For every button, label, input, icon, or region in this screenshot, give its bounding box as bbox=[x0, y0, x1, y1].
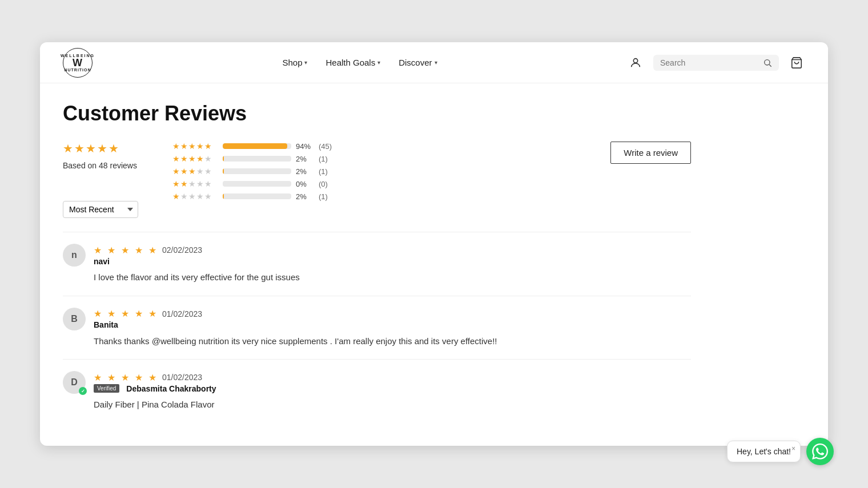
star-5: ★ bbox=[108, 142, 119, 155]
star-icon: ★ bbox=[172, 192, 180, 201]
bar-fill bbox=[223, 156, 224, 162]
section-title: Customer Reviews bbox=[63, 102, 691, 126]
chat-bubble-text: Hey, Let's chat! bbox=[737, 447, 791, 456]
review-header: B★★★★★01/02/2023Banita bbox=[63, 308, 691, 330]
rating-row: ★★★★★2%(1) bbox=[172, 167, 332, 176]
bar-pct: 2% bbox=[296, 167, 314, 176]
star-2: ★ bbox=[74, 142, 85, 155]
write-review-button[interactable]: Write a review bbox=[610, 142, 691, 164]
review-star: ★ bbox=[121, 372, 129, 383]
nav-health-goals[interactable]: Health Goals ▾ bbox=[326, 58, 380, 67]
sort-select[interactable]: Most Recent Highest Rating Lowest Rating bbox=[63, 201, 138, 218]
review-star: ★ bbox=[94, 372, 102, 383]
review-meta: ★★★★★02/02/2023navi bbox=[94, 245, 202, 266]
svg-point-0 bbox=[633, 58, 637, 62]
bar-pct: 2% bbox=[296, 192, 314, 201]
star-icon: ★ bbox=[196, 192, 204, 201]
reviewer-name-row: VerifiedDebasmita Chakraborty bbox=[94, 384, 216, 393]
rating-row-stars: ★★★★★ bbox=[172, 179, 218, 188]
review-item: D✓★★★★★01/02/2023VerifiedDebasmita Chakr… bbox=[63, 359, 691, 423]
bar-count: (1) bbox=[319, 167, 332, 176]
bar-fill bbox=[223, 143, 287, 149]
bar-fill bbox=[223, 193, 224, 199]
star-icon: ★ bbox=[180, 154, 188, 163]
star-icon: ★ bbox=[196, 179, 204, 188]
bar-count: (45) bbox=[319, 142, 332, 151]
reviewer-name-row: Banita bbox=[94, 320, 202, 329]
bar-count: (1) bbox=[319, 192, 332, 201]
overall-rating: ★ ★ ★ ★ ★ Based on 48 reviews bbox=[63, 142, 154, 170]
review-meta: ★★★★★01/02/2023VerifiedDebasmita Chakrab… bbox=[94, 372, 216, 393]
bar-pct: 0% bbox=[296, 180, 314, 188]
bar-track bbox=[223, 193, 291, 199]
review-star: ★ bbox=[121, 245, 129, 256]
reviews-summary-left: ★ ★ ★ ★ ★ Based on 48 reviews ★★★★★94%(4… bbox=[63, 142, 588, 201]
review-star: ★ bbox=[148, 245, 156, 256]
logo-bottom-text: NUTRITION bbox=[64, 68, 91, 72]
chat-bubble: × Hey, Let's chat! bbox=[727, 441, 801, 462]
reviewer-name: Debasmita Chakraborty bbox=[126, 384, 216, 393]
nav-shop[interactable]: Shop ▾ bbox=[282, 58, 307, 67]
star-icon: ★ bbox=[188, 154, 196, 163]
chat-widget: × Hey, Let's chat! bbox=[727, 438, 834, 465]
logo[interactable]: WELLBEING W NUTRITION bbox=[63, 48, 93, 78]
nav-shop-label: Shop bbox=[282, 58, 302, 67]
star-icon: ★ bbox=[172, 142, 180, 151]
nav-discover[interactable]: Discover ▾ bbox=[399, 58, 437, 67]
star-icon: ★ bbox=[180, 167, 188, 176]
search-icon bbox=[763, 58, 772, 67]
reviewer-name: navi bbox=[94, 257, 110, 266]
star-icon: ★ bbox=[196, 154, 204, 163]
reviews-header-row: ★ ★ ★ ★ ★ Based on 48 reviews ★★★★★94%(4… bbox=[63, 142, 691, 201]
svg-line-2 bbox=[769, 64, 771, 67]
rating-row-stars: ★★★★★ bbox=[172, 142, 218, 151]
review-star: ★ bbox=[107, 308, 115, 319]
star-icon: ★ bbox=[180, 179, 188, 188]
nav-right bbox=[627, 54, 805, 71]
star-icon: ★ bbox=[204, 192, 212, 201]
main-content: Customer Reviews ★ ★ ★ ★ ★ Based on 48 r… bbox=[40, 83, 828, 446]
whatsapp-button[interactable] bbox=[806, 438, 834, 465]
search-input[interactable] bbox=[660, 58, 758, 67]
bar-pct: 2% bbox=[296, 155, 314, 163]
chevron-down-icon: ▾ bbox=[435, 59, 437, 66]
chevron-down-icon: ▾ bbox=[304, 59, 307, 66]
review-text: Thanks thanks @wellbeing nutrition its v… bbox=[94, 335, 691, 348]
whatsapp-icon bbox=[812, 443, 828, 459]
review-star: ★ bbox=[135, 245, 143, 256]
review-star: ★ bbox=[94, 245, 102, 256]
review-item: B★★★★★01/02/2023BanitaThanks thanks @wel… bbox=[63, 296, 691, 360]
cart-button[interactable] bbox=[788, 54, 805, 71]
nav-bar: WELLBEING W NUTRITION Shop ▾ Health Goal… bbox=[40, 42, 828, 83]
review-stars-date: ★★★★★01/02/2023 bbox=[94, 372, 216, 383]
star-1: ★ bbox=[63, 142, 73, 155]
star-icon: ★ bbox=[172, 179, 180, 188]
avatar: D✓ bbox=[63, 371, 86, 394]
cart-icon bbox=[790, 57, 803, 69]
verified-badge: ✓ bbox=[79, 387, 87, 395]
star-icon: ★ bbox=[196, 167, 204, 176]
rating-row: ★★★★★2%(1) bbox=[172, 192, 332, 201]
browser-window: WELLBEING W NUTRITION Shop ▾ Health Goal… bbox=[40, 42, 828, 446]
logo-circle: WELLBEING W NUTRITION bbox=[63, 48, 93, 78]
rating-bars: ★★★★★94%(45)★★★★★2%(1)★★★★★2%(1)★★★★★0%(… bbox=[172, 142, 332, 201]
star-icon: ★ bbox=[172, 154, 180, 163]
star-icon: ★ bbox=[180, 142, 188, 151]
review-star: ★ bbox=[121, 308, 129, 319]
rating-row-stars: ★★★★★ bbox=[172, 167, 218, 176]
reviewer-name-row: navi bbox=[94, 257, 202, 266]
star-icon: ★ bbox=[180, 192, 188, 201]
account-icon bbox=[629, 57, 642, 69]
rating-row: ★★★★★94%(45) bbox=[172, 142, 332, 151]
bar-count: (1) bbox=[319, 155, 332, 163]
reviews-list: n★★★★★02/02/2023naviI love the flavor an… bbox=[63, 232, 691, 423]
reviewer-name: Banita bbox=[94, 320, 118, 329]
chat-close-button[interactable]: × bbox=[791, 445, 795, 453]
rating-row-stars: ★★★★★ bbox=[172, 192, 218, 201]
bar-pct: 94% bbox=[296, 142, 314, 151]
review-star: ★ bbox=[107, 245, 115, 256]
account-button[interactable] bbox=[627, 54, 644, 71]
review-meta: ★★★★★01/02/2023Banita bbox=[94, 308, 202, 329]
logo-w-text: W bbox=[73, 58, 83, 68]
star-4: ★ bbox=[97, 142, 107, 155]
